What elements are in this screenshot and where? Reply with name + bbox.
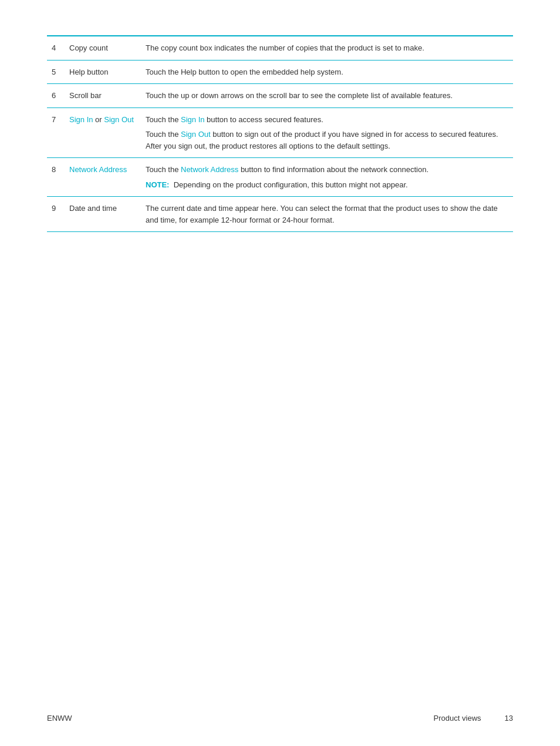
table-row: 6 Scroll bar Touch the up or down arrows… [47,84,513,108]
footer-left: ENWW [47,714,72,723]
row-description: The copy count box indicates the number … [141,36,513,60]
row-num: 7 [47,107,65,158]
row-label: Date and time [65,197,141,232]
footer-right: Product views 13 [434,714,513,723]
row-num: 6 [47,84,65,108]
row-num: 4 [47,36,65,60]
row-num: 8 [47,158,65,197]
desc-line-2: Touch the Sign Out button to sign out of… [146,129,508,152]
row-description: Touch the Network Address button to find… [141,158,513,197]
table-row: 4 Copy count The copy count box indicate… [47,36,513,60]
note-line: NOTE: Depending on the product configura… [146,179,508,191]
desc-line-1: Touch the Network Address button to find… [146,164,508,176]
main-table: 4 Copy count The copy count box indicate… [47,36,513,232]
row-label: Help button [65,60,141,84]
row-label: Copy count [65,36,141,60]
row-num: 9 [47,197,65,232]
row-label-link[interactable]: Network Address [65,158,141,197]
row-description: Touch the Help button to open the embedd… [141,60,513,84]
table-row: 5 Help button Touch the Help button to o… [47,60,513,84]
row-label-link[interactable]: Sign In or Sign Out [65,107,141,158]
row-description: The current date and time appear here. Y… [141,197,513,232]
desc-line-1: Touch the Sign In button to access secur… [146,114,508,126]
table-row: 9 Date and time The current date and tim… [47,197,513,232]
footer-section-label: Product views [434,714,481,723]
page-content: 4 Copy count The copy count box indicate… [0,0,560,267]
row-description: Touch the Sign In button to access secur… [141,107,513,158]
table-row: 7 Sign In or Sign Out Touch the Sign In … [47,107,513,158]
inline-link[interactable]: Network Address [181,165,238,174]
row-label: Scroll bar [65,84,141,108]
footer-page-number: 13 [505,714,513,723]
row-num: 5 [47,60,65,84]
table-row: 8 Network Address Touch the Network Addr… [47,158,513,197]
inline-link[interactable]: Sign Out [181,130,211,139]
row-description: Touch the up or down arrows on the scrol… [141,84,513,108]
inline-link[interactable]: Sign In [181,115,204,124]
footer: ENWW Product views 13 [47,714,513,723]
note-label: NOTE: [146,180,169,189]
